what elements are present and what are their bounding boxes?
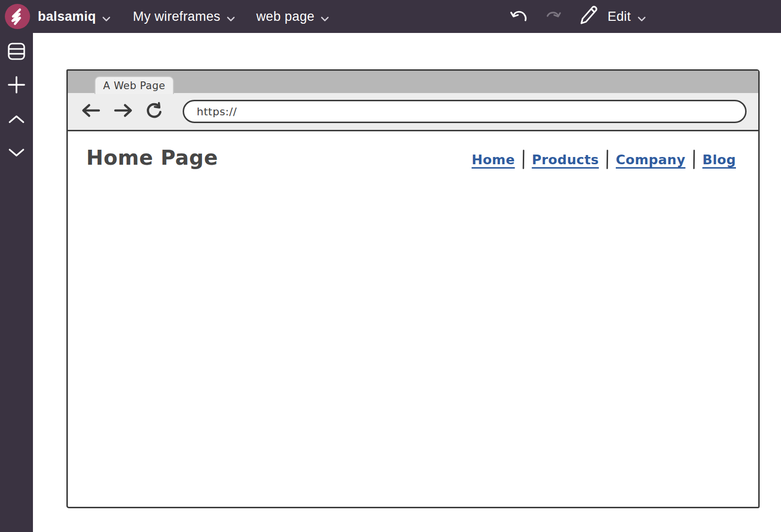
edit-menu-label: Edit [608, 9, 631, 24]
scribble-icon [5, 22, 30, 31]
nav-link-home[interactable]: Home [471, 152, 515, 167]
redo-button[interactable] [543, 9, 561, 25]
top-app-bar: balsamiq My wireframes web page [0, 0, 781, 33]
browser-tab[interactable]: A Web Page [94, 76, 174, 94]
url-value: https:// [197, 106, 237, 118]
wireframes-project-menu[interactable]: My wireframes [133, 8, 235, 25]
plus-icon [7, 76, 26, 95]
stacked-rows-icon [7, 42, 26, 63]
browser-content: Home Page Home Products Company Blog [68, 131, 758, 170]
arrow-right-icon [113, 103, 133, 120]
page-title: Home Page [86, 146, 218, 170]
chevron-down-icon [8, 148, 25, 159]
brand-menu[interactable]: balsamiq [38, 8, 110, 25]
forward-button[interactable] [113, 103, 133, 120]
wireframes-project-label: My wireframes [133, 9, 220, 24]
brand-menu-label: balsamiq [38, 9, 96, 24]
nav-link-company[interactable]: Company [616, 152, 686, 167]
chevron-down-icon [227, 10, 235, 25]
previous-wireframe-button[interactable] [8, 114, 25, 125]
redo-arrow-icon [543, 9, 561, 25]
add-wireframe-button[interactable] [7, 76, 26, 95]
nav-link-products[interactable]: Products [532, 152, 599, 167]
edit-mode-menu[interactable]: Edit [578, 3, 646, 30]
balsamiq-editor: balsamiq My wireframes web page [0, 0, 781, 532]
arrow-left-icon [81, 103, 101, 120]
reload-arrow-icon [145, 101, 163, 122]
editor-canvas[interactable]: A Web Page [33, 33, 781, 532]
nav-separator [693, 150, 695, 169]
refresh-button[interactable] [145, 101, 163, 122]
browser-window-wireframe[interactable]: A Web Page [66, 69, 760, 508]
topbar-actions: Edit [510, 0, 646, 33]
chevron-down-icon [102, 10, 110, 25]
browser-titlebar: A Web Page [68, 71, 758, 93]
current-wireframe-label: web page [256, 9, 314, 24]
chevron-down-icon [321, 10, 329, 25]
pencil-icon [578, 3, 599, 30]
undo-button[interactable] [510, 8, 529, 26]
left-toolbar [0, 33, 33, 532]
wireframe-nav: Home Products Company Blog [471, 150, 736, 169]
wireframes-panel-button[interactable] [7, 42, 26, 63]
url-input[interactable]: https:// [183, 100, 747, 123]
nav-link-blog[interactable]: Blog [703, 152, 736, 167]
chevron-up-icon [8, 114, 25, 125]
browser-toolbar: https:// [68, 93, 758, 131]
back-button[interactable] [81, 103, 101, 120]
chevron-down-icon [638, 10, 646, 25]
next-wireframe-button[interactable] [8, 148, 25, 159]
balsamiq-logo[interactable] [5, 4, 30, 29]
nav-separator [522, 150, 524, 169]
undo-arrow-icon [510, 8, 529, 26]
browser-tab-title: A Web Page [103, 80, 165, 92]
current-wireframe-menu[interactable]: web page [256, 8, 329, 25]
nav-separator [607, 150, 609, 169]
